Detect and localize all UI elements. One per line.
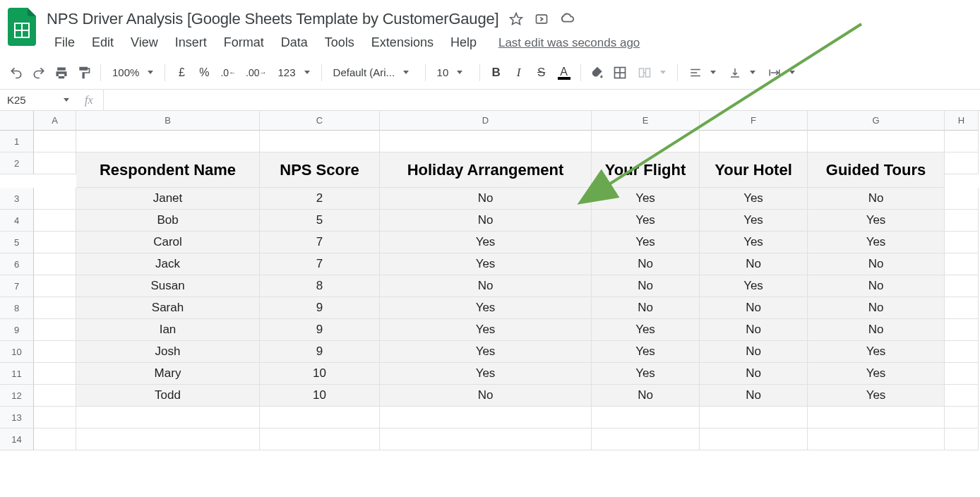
- cell-holiday[interactable]: Yes: [380, 297, 592, 319]
- menu-extensions[interactable]: Extensions: [364, 32, 441, 53]
- cell[interactable]: [34, 429, 76, 450]
- cell[interactable]: [34, 407, 76, 429]
- strikethrough-button[interactable]: S: [531, 62, 552, 83]
- menu-view[interactable]: View: [123, 32, 166, 53]
- cell[interactable]: [76, 131, 260, 152]
- row-head[interactable]: 11: [0, 363, 34, 385]
- row-head[interactable]: 8: [0, 297, 34, 319]
- spreadsheet-grid[interactable]: ABCDEFGH12Respondent NameNPS ScoreHolida…: [0, 111, 980, 450]
- cell-holiday[interactable]: Yes: [380, 232, 592, 253]
- cell[interactable]: [34, 275, 76, 297]
- bold-button[interactable]: B: [486, 62, 507, 83]
- sheets-logo[interactable]: [6, 6, 38, 48]
- zoom-dropdown[interactable]: 100%: [107, 62, 159, 83]
- row-head[interactable]: 12: [0, 385, 34, 407]
- cell[interactable]: [945, 131, 979, 152]
- cell[interactable]: [592, 429, 700, 450]
- last-edit-link[interactable]: Last edit was seconds ago: [498, 36, 640, 50]
- cell-hotel[interactable]: Yes: [700, 188, 808, 210]
- cell[interactable]: [945, 363, 979, 385]
- cell-flight[interactable]: No: [592, 253, 700, 275]
- cell-flight[interactable]: Yes: [592, 319, 700, 341]
- cell-holiday[interactable]: No: [380, 275, 592, 297]
- cell-score[interactable]: 2: [260, 188, 380, 210]
- cell[interactable]: [380, 407, 592, 429]
- cell-hotel[interactable]: Yes: [700, 275, 808, 297]
- fontsize-dropdown[interactable]: 10: [431, 62, 474, 83]
- cell-name[interactable]: Todd: [76, 385, 260, 407]
- cell[interactable]: [945, 341, 979, 363]
- cell-score[interactable]: 7: [260, 253, 380, 275]
- cell[interactable]: [34, 297, 76, 319]
- cell[interactable]: [945, 188, 979, 210]
- font-dropdown[interactable]: Default (Ari...: [328, 62, 419, 83]
- cell-flight[interactable]: No: [592, 385, 700, 407]
- cell-flight[interactable]: No: [592, 297, 700, 319]
- header-cell[interactable]: Your Flight: [592, 152, 700, 188]
- cell[interactable]: [34, 341, 76, 363]
- cell-score[interactable]: 10: [260, 385, 380, 407]
- menu-insert[interactable]: Insert: [167, 32, 215, 53]
- menu-data[interactable]: Data: [273, 32, 316, 53]
- cell-name[interactable]: Bob: [76, 210, 260, 232]
- cell[interactable]: [945, 385, 979, 407]
- cell[interactable]: [945, 275, 979, 297]
- col-head-D[interactable]: D: [380, 111, 592, 131]
- cell-score[interactable]: 9: [260, 297, 380, 319]
- cell-hotel[interactable]: No: [700, 253, 808, 275]
- row-head[interactable]: 9: [0, 319, 34, 341]
- cell[interactable]: [945, 407, 979, 429]
- cell[interactable]: [945, 232, 979, 253]
- cell-name[interactable]: Jack: [76, 253, 260, 275]
- header-cell[interactable]: Your Hotel: [700, 152, 808, 188]
- cell-holiday[interactable]: Yes: [380, 253, 592, 275]
- cell-tours[interactable]: No: [808, 319, 945, 341]
- cell[interactable]: [592, 407, 700, 429]
- cell-tours[interactable]: No: [808, 253, 945, 275]
- cell-score[interactable]: 7: [260, 232, 380, 253]
- col-head-A[interactable]: A: [34, 111, 76, 131]
- cell[interactable]: [380, 131, 592, 152]
- menu-tools[interactable]: Tools: [317, 32, 362, 53]
- cell-name[interactable]: Josh: [76, 341, 260, 363]
- cell[interactable]: [700, 429, 808, 450]
- cell-holiday[interactable]: No: [380, 188, 592, 210]
- cell-flight[interactable]: No: [592, 275, 700, 297]
- cell[interactable]: [34, 319, 76, 341]
- cell[interactable]: [34, 131, 76, 152]
- row-head[interactable]: 6: [0, 253, 34, 275]
- merge-button[interactable]: [632, 62, 671, 83]
- cell[interactable]: [380, 429, 592, 450]
- currency-button[interactable]: £: [171, 62, 192, 83]
- cell-hotel[interactable]: No: [700, 341, 808, 363]
- col-head-C[interactable]: C: [260, 111, 380, 131]
- cell-tours[interactable]: No: [808, 188, 945, 210]
- cell-holiday[interactable]: Yes: [380, 363, 592, 385]
- col-head-E[interactable]: E: [592, 111, 700, 131]
- row-head[interactable]: 7: [0, 275, 34, 297]
- row-head[interactable]: 3: [0, 188, 34, 210]
- cell[interactable]: [945, 297, 979, 319]
- cell-flight[interactable]: Yes: [592, 188, 700, 210]
- cell-flight[interactable]: Yes: [592, 363, 700, 385]
- cell-hotel[interactable]: No: [700, 319, 808, 341]
- cell[interactable]: [76, 429, 260, 450]
- cell-holiday[interactable]: Yes: [380, 319, 592, 341]
- cell[interactable]: [808, 131, 945, 152]
- cell-score[interactable]: 9: [260, 319, 380, 341]
- paint-format-button[interactable]: [73, 62, 95, 83]
- cell-name[interactable]: Sarah: [76, 297, 260, 319]
- document-title[interactable]: NPS Driver Analysis [Google Sheets Templ…: [47, 10, 498, 28]
- cell-tours[interactable]: Yes: [808, 232, 945, 253]
- cell-tours[interactable]: Yes: [808, 363, 945, 385]
- text-color-button[interactable]: A: [554, 62, 575, 83]
- cell-score[interactable]: 10: [260, 363, 380, 385]
- cell[interactable]: [34, 152, 76, 174]
- italic-button[interactable]: I: [508, 62, 530, 83]
- col-head-H[interactable]: H: [945, 111, 979, 131]
- cell-flight[interactable]: Yes: [592, 210, 700, 232]
- select-all-corner[interactable]: [0, 111, 34, 131]
- cell[interactable]: [260, 429, 380, 450]
- cell[interactable]: [76, 407, 260, 429]
- undo-button[interactable]: [6, 62, 27, 83]
